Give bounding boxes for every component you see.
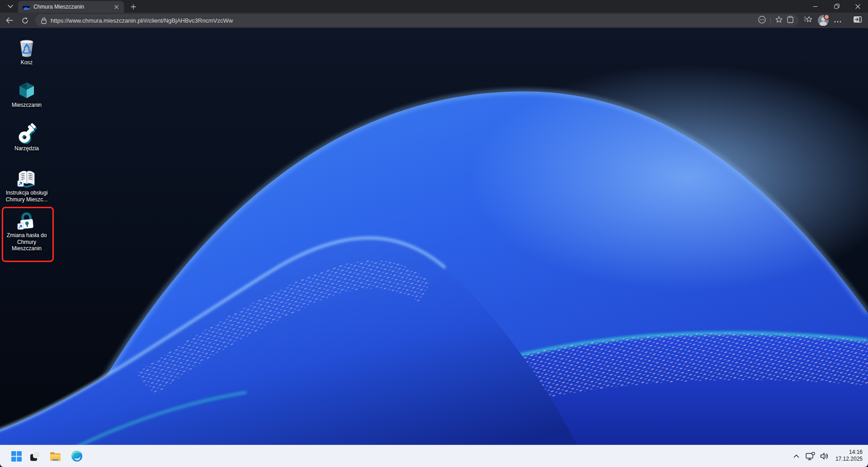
task-view-icon xyxy=(29,450,41,462)
desktop-icon-instrukcja[interactable]: Instrukcja obsługi Chmury Mieszc... xyxy=(3,167,51,203)
task-view-button[interactable] xyxy=(26,448,44,465)
tab-actions-chevron-icon xyxy=(8,5,13,8)
desktop-icon-label: Kosz xyxy=(21,59,33,66)
address-url[interactable]: https://www.chmura.mieszczanin.pl/#/clie… xyxy=(51,17,758,24)
file-explorer-button[interactable] xyxy=(46,448,64,465)
profile-notification-dot xyxy=(824,14,830,20)
clock-date: 17.12.2025 xyxy=(822,456,863,462)
recycle-bin-icon xyxy=(16,37,37,58)
address-actions-icon xyxy=(758,16,766,24)
restore-icon xyxy=(834,4,840,9)
split-screen-button[interactable] xyxy=(787,16,793,25)
tab-favicon xyxy=(23,5,30,10)
browser-tab[interactable]: Chmura Mieszczanin xyxy=(18,1,124,13)
start-icon xyxy=(11,451,22,462)
file-explorer-icon xyxy=(49,450,61,462)
minimize-icon xyxy=(813,4,818,9)
manual-book-icon xyxy=(16,167,37,188)
refresh-button[interactable] xyxy=(19,15,31,26)
settings-more-button[interactable] xyxy=(834,16,841,24)
sidebar-toggle-icon xyxy=(853,16,862,23)
tools-wrench-icon xyxy=(16,123,37,144)
edge-icon xyxy=(71,450,83,462)
window-close-icon xyxy=(855,4,860,9)
network-tray-button[interactable] xyxy=(804,449,817,463)
tab-actions-menu-button[interactable] xyxy=(5,2,16,11)
clock-time: 14:16 xyxy=(822,449,863,456)
address-divider xyxy=(770,17,771,24)
annotation-highlight-box xyxy=(2,207,54,262)
refresh-icon xyxy=(22,17,28,24)
desktop-icon-label: Instrukcja obsługi xyxy=(6,190,48,196)
shortcut-arrow-badge xyxy=(18,181,24,186)
windows-bloom-wallpaper xyxy=(0,28,868,467)
remote-desktop-viewport: Kosz Mieszczanin Narzędzia xyxy=(0,28,868,467)
favorites-hub-icon xyxy=(804,16,812,23)
sidebar-toggle-button[interactable] xyxy=(853,16,862,25)
tab-close-button[interactable] xyxy=(112,3,120,11)
more-menu-icon xyxy=(834,21,841,23)
split-screen-icon xyxy=(787,16,793,23)
favorite-star-icon xyxy=(775,16,783,23)
window-minimize-button[interactable] xyxy=(805,0,826,13)
back-button[interactable] xyxy=(4,15,15,26)
start-button[interactable] xyxy=(7,448,25,465)
site-info-lock-icon xyxy=(41,17,47,24)
browser-titlebar: Chmura Mieszczanin xyxy=(0,0,868,13)
desktop-icon-narzedzia[interactable]: Narzędzia xyxy=(3,123,51,152)
new-tab-button[interactable] xyxy=(128,2,138,12)
address-bar[interactable]: https://www.chmura.mieszczanin.pl/#/clie… xyxy=(35,14,798,26)
taskbar-clock[interactable]: 14:16 17.12.2025 xyxy=(822,449,863,462)
add-favorite-button[interactable] xyxy=(775,16,783,25)
browser-toolbar: https://www.chmura.mieszczanin.pl/#/clie… xyxy=(0,13,868,28)
back-icon xyxy=(6,17,13,24)
tab-close-icon xyxy=(114,5,118,9)
profile-button[interactable] xyxy=(818,15,829,26)
network-icon xyxy=(806,452,816,461)
tray-chevron-icon xyxy=(793,454,799,458)
desktop-icon-mieszczanin[interactable]: Mieszczanin xyxy=(3,80,51,109)
desktop-icon-label: Mieszczanin xyxy=(12,102,42,109)
window-restore-button[interactable] xyxy=(826,0,847,13)
favorites-hub-button[interactable] xyxy=(804,16,812,25)
desktop-icon-label: Chmury Mieszc... xyxy=(6,196,48,203)
desktop-icon-label: Narzędzia xyxy=(14,145,39,152)
mieszczanin-cube-icon xyxy=(16,80,37,100)
windows-taskbar: 14:16 17.12.2025 xyxy=(0,445,868,467)
address-actions-button[interactable] xyxy=(758,16,766,25)
tray-show-hidden-button[interactable] xyxy=(789,449,803,463)
desktop-icon-kosz[interactable]: Kosz xyxy=(3,37,51,66)
new-tab-icon xyxy=(131,4,136,10)
edge-browser-button[interactable] xyxy=(68,448,86,465)
tab-title: Chmura Mieszczanin xyxy=(33,4,112,10)
window-close-button[interactable] xyxy=(847,0,868,13)
